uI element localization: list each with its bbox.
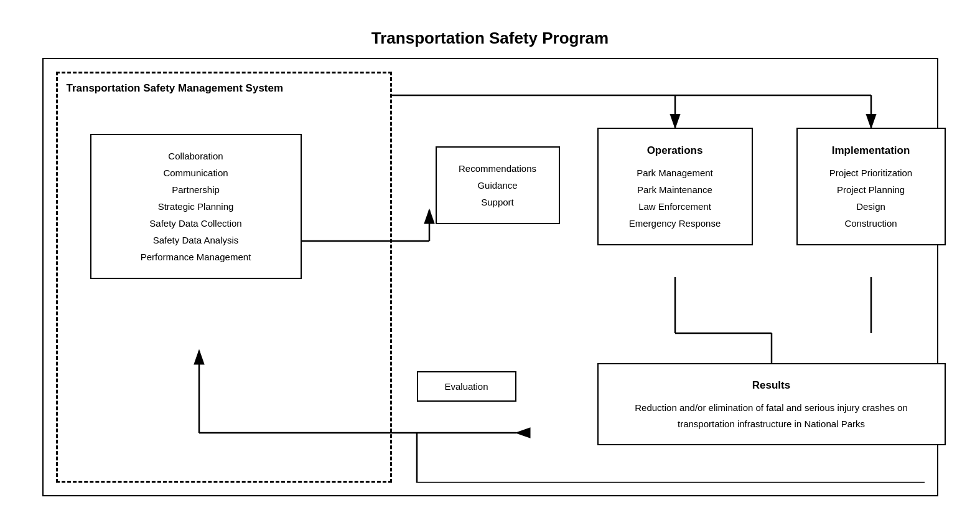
diagram: Transportation Safety Management System … xyxy=(56,72,925,483)
collab-line-1: Collaboration xyxy=(106,148,286,164)
collab-line-6: Safety Data Analysis xyxy=(106,232,286,248)
ops-line-4: Emergency Response xyxy=(614,215,737,232)
ops-line-2: Park Maintenance xyxy=(614,181,737,198)
eval-label: Evaluation xyxy=(444,381,488,392)
collab-line-3: Partnership xyxy=(106,181,286,198)
impl-line-2: Project Planning xyxy=(813,181,930,198)
impl-line-3: Design xyxy=(813,198,930,215)
collab-line-5: Safety Data Collection xyxy=(106,215,286,232)
page-wrapper: Transportation Safety Program xyxy=(24,16,957,509)
impl-box: Implementation Project Prioritization Pr… xyxy=(796,128,946,245)
tsms-title: Transportation Safety Management System xyxy=(67,82,381,95)
collab-line-4: Strategic Planning xyxy=(106,198,286,215)
ops-line-3: Law Enforcement xyxy=(614,198,737,215)
ops-box: Operations Park Management Park Maintena… xyxy=(597,128,753,245)
ops-line-1: Park Management xyxy=(614,164,737,181)
outer-box: Transportation Safety Management System … xyxy=(42,58,938,496)
collab-line-2: Communication xyxy=(106,164,286,181)
ops-title: Operations xyxy=(614,141,737,161)
collab-lines: Collaboration Communication Partnership … xyxy=(106,148,286,265)
collab-line-7: Performance Management xyxy=(106,248,286,265)
impl-line-4: Construction xyxy=(813,215,930,232)
page-title: Transportation Safety Program xyxy=(42,29,938,48)
impl-line-1: Project Prioritization xyxy=(813,164,930,181)
eval-box: Evaluation xyxy=(417,371,516,402)
impl-title: Implementation xyxy=(813,141,930,161)
recs-line-1: Recommendations xyxy=(452,160,544,177)
recs-line-3: Support xyxy=(452,194,544,210)
recs-line-2: Guidance xyxy=(452,177,544,194)
results-box: Results Reduction and/or elimination of … xyxy=(597,363,946,445)
collab-box: Collaboration Communication Partnership … xyxy=(90,134,302,279)
recs-box: Recommendations Guidance Support xyxy=(436,146,560,224)
results-title: Results xyxy=(614,377,930,395)
results-text: Reduction and/or elimination of fatal an… xyxy=(614,400,930,432)
